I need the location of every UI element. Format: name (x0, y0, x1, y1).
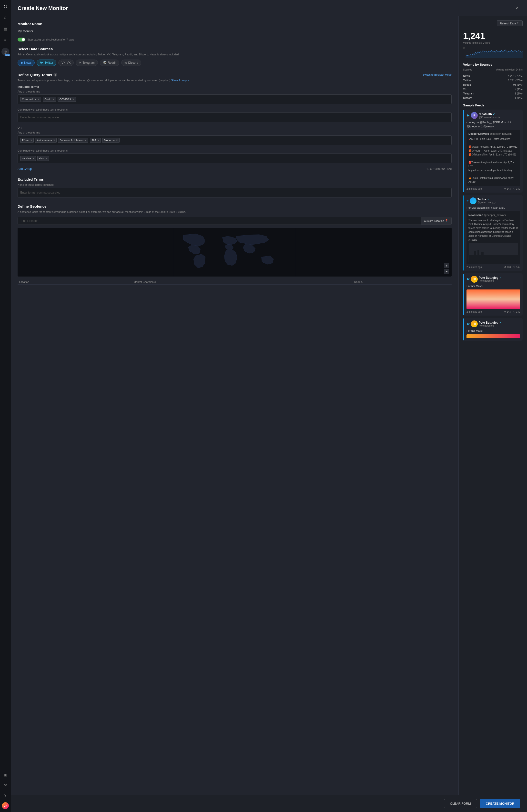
query-section: Define Query Terms i Switch to Boolean M… (18, 73, 452, 171)
excluded-terms-input[interactable] (18, 188, 452, 198)
feed-1-handle: @ChavvanRamesh (479, 116, 500, 119)
geofence-section: Define Geofence A geofence looks for con… (18, 204, 452, 285)
map-zoom-out-button[interactable]: − (444, 269, 449, 274)
vk-label: VK (67, 61, 71, 64)
remove-vaccine[interactable]: × (32, 157, 34, 160)
feed-2-time: 2 minutes ago (467, 266, 482, 269)
combined-inline-input-2[interactable] (50, 157, 449, 160)
excluded-inline-input[interactable] (20, 191, 449, 194)
custom-location-label: Custom Location (424, 219, 444, 222)
vbs-val-twitter: 1,241 (20%) (508, 79, 523, 82)
vbs-source-reddit: Reddit (463, 83, 471, 86)
show-example-link[interactable]: Show Example (171, 79, 189, 82)
sidebar-chat-icon[interactable]: ✉ (2, 782, 9, 788)
remove-coronavirus[interactable]: × (38, 98, 40, 101)
remove-pfizer[interactable]: × (30, 139, 32, 142)
source-btn-news[interactable]: ◆ News (18, 60, 35, 66)
remove-jandj[interactable]: × (97, 139, 99, 142)
term-covid19: COVID19 × (58, 97, 76, 102)
background-collection-toggle[interactable] (18, 38, 25, 42)
source-btn-reddit[interactable]: 👽 Reddit (100, 60, 119, 66)
refresh-data-button[interactable]: Refresh Data ↻ (497, 20, 523, 26)
create-monitor-modal: Create New Monitor × Monitor Name Stop b… (11, 0, 527, 812)
vbs-source-news: News (463, 74, 470, 77)
location-input[interactable] (18, 217, 421, 224)
like-icon-3: ♡ (513, 310, 515, 313)
toggle-label: Stop background collection after 7 days (27, 38, 74, 41)
feed-4-source-icon: 🐦 (467, 322, 470, 325)
data-sources-title: Select Data Sources (18, 47, 452, 51)
term-pfizer: Pfizer × (20, 138, 34, 143)
feed-2-meta: Tartus ✓ @greatcountry_tr (478, 198, 496, 204)
geofence-desc: A geofence looks for content surrounding… (18, 210, 452, 214)
sidebar-logo-icon[interactable]: ⬡ (2, 3, 9, 10)
remove-shot[interactable]: × (46, 157, 47, 160)
query-required: (required) (159, 79, 171, 82)
monitor-name-input[interactable] (18, 28, 452, 35)
feed-1-text: coming on @Poolz__ $DPR Must Join@fptogo… (467, 120, 520, 128)
feed-3-retweets: 143 (507, 310, 511, 313)
included-terms-input-2[interactable]: Pfizer × Astrazeneca × Johnson & Johnson… (18, 135, 452, 145)
remove-moderna[interactable]: × (116, 139, 118, 142)
source-btn-discord[interactable]: ◎ Discord (121, 60, 141, 66)
create-monitor-button[interactable]: CREATE MONITOR (480, 799, 520, 808)
included-terms-input-1[interactable]: Coronavirus × Covid × COVID19 × (18, 95, 452, 104)
included-terms-inline-input-2[interactable] (121, 139, 449, 142)
combined-inline-input-1[interactable] (20, 116, 449, 119)
any-terms-label-1: Any of these terms (18, 90, 452, 93)
included-terms-inline-input-1[interactable] (77, 98, 449, 101)
clear-form-button[interactable]: CLEAR FORM (444, 799, 477, 808)
geofence-title: Define Geofence (18, 204, 452, 208)
remove-covid19[interactable]: × (72, 98, 74, 101)
source-btn-telegram[interactable]: ✈ Telegram (76, 60, 98, 66)
sidebar-beta-icon[interactable]: ◎ (1, 48, 9, 56)
user-avatar[interactable]: GK (2, 802, 9, 809)
vbs-row-twitter: Twitter 1,241 (20%) (463, 78, 523, 83)
sidebar-list-icon[interactable]: ≡ (2, 37, 9, 43)
like-icon-1: ♡ (513, 187, 515, 190)
query-info-icon[interactable]: i (54, 73, 57, 77)
remove-johnson[interactable]: × (85, 139, 87, 142)
vbs-col-volume: Volume in the last 24 hrs (496, 68, 523, 71)
remove-astrazeneca[interactable]: × (53, 139, 55, 142)
combined-label-1: Combined with all of these terms (option… (18, 108, 452, 111)
svg-rect-3 (469, 255, 518, 262)
vbs-val-reddit: 93 (1%) (513, 83, 523, 86)
close-button[interactable]: × (513, 5, 520, 12)
volume-by-sources-title: Volume by Sources (463, 63, 523, 67)
sidebar-help-icon[interactable]: ? (2, 792, 9, 799)
feed-2-likes: 142 (516, 266, 520, 269)
switch-boolean-link[interactable]: Switch to Boolean Mode (423, 73, 452, 76)
feed-2-nested-header: Newsistaan @deeper_network (468, 213, 518, 217)
included-terms-label: Included Terms (18, 85, 452, 89)
add-group-link[interactable]: Add Group (18, 167, 32, 171)
vbs-header: Sources Volume in the last 24 hrs (463, 68, 523, 72)
sidebar: ⬡ ⌂ ▤ ≡ ◎ ⊞ ✉ ? GK (0, 0, 11, 812)
discord-icon: ◎ (125, 61, 127, 64)
feed-3-text: Former Mayor (467, 284, 520, 288)
remove-covid[interactable]: × (53, 98, 55, 101)
combined-terms-input-2[interactable]: vaccine × shot × (18, 154, 452, 163)
source-btn-vk[interactable]: VK VK (58, 60, 74, 66)
location-pin-icon: 📍 (445, 219, 449, 222)
custom-location-button[interactable]: Custom Location 📍 (421, 217, 451, 224)
sidebar-grid-icon[interactable]: ⊞ (2, 771, 9, 778)
combined-terms-input-1[interactable] (18, 113, 452, 122)
modal-title: Create New Monitor (18, 5, 68, 12)
feed-1-nested-header: Deeper Network @deeper_network (468, 132, 518, 136)
vbs-val-telegram: 1 (1%) (515, 92, 523, 95)
query-header: Define Query Terms i Switch to Boolean M… (18, 73, 452, 77)
map-zoom-in-button[interactable]: + (444, 263, 449, 268)
sidebar-home-icon[interactable]: ⌂ (2, 14, 9, 21)
feed-3-likes: 142 (516, 310, 520, 313)
feed-4-meta: Pete Buttigieg ✓ Pete Buttigieg (479, 321, 502, 327)
map-controls: + − (444, 263, 449, 274)
sidebar-layers-icon[interactable]: ▤ (2, 25, 9, 32)
modal-body: Monitor Name Stop background collection … (11, 16, 527, 795)
vbs-source-twitter: Twitter (463, 79, 471, 82)
any-terms-section-2: Any of these terms Pfizer × Astrazeneca … (18, 131, 452, 145)
vbs-val-vk: 2 (1%) (515, 88, 523, 90)
vk-icon: VK (61, 61, 65, 64)
source-btn-twitter[interactable]: 🐦 Twitter (36, 60, 56, 66)
feed-2-text: Horlivka'da karşılıklı havan atışı. (467, 206, 520, 210)
